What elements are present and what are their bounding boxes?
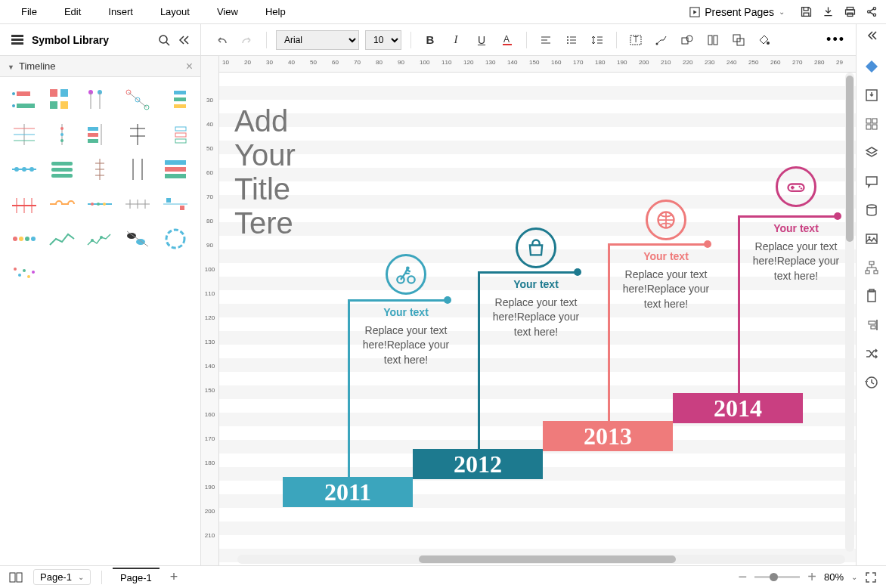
svg-point-11 [160, 36, 167, 43]
theme-icon[interactable] [864, 59, 879, 74]
scrollbar-thumb[interactable] [846, 76, 853, 242]
timeline-shape[interactable] [159, 85, 192, 115]
data-icon[interactable] [864, 203, 879, 218]
align-button[interactable] [536, 30, 556, 50]
timeline-shape[interactable] [159, 154, 192, 184]
timeline-shape[interactable] [83, 119, 116, 150]
menu-file[interactable]: File [8, 2, 51, 22]
svg-rect-39 [88, 133, 98, 137]
scrollbar-thumb[interactable] [419, 556, 676, 563]
text-box-button[interactable]: T [626, 30, 646, 50]
svg-point-82 [31, 237, 36, 241]
page-tab[interactable]: Page-1 [113, 568, 160, 586]
timeline-shape[interactable] [8, 189, 41, 219]
timeline-shape[interactable] [45, 85, 79, 115]
category-timeline[interactable]: ▼Timeline × [0, 56, 200, 77]
connector-button[interactable] [652, 30, 671, 50]
shuffle-icon[interactable] [864, 346, 879, 361]
hierarchy-icon[interactable] [864, 260, 879, 275]
layers-icon[interactable] [864, 145, 879, 160]
font-size-select[interactable]: 10 [365, 30, 401, 50]
timeline-shape[interactable] [45, 189, 79, 219]
scrollbar-horizontal[interactable] [237, 555, 845, 564]
timeline-shape[interactable] [159, 224, 192, 254]
italic-button[interactable]: I [446, 30, 466, 50]
close-category-icon[interactable]: × [186, 60, 193, 73]
fill-button[interactable] [754, 30, 774, 50]
more-tools-icon[interactable]: ••• [826, 32, 845, 48]
arrange-button[interactable] [703, 30, 723, 50]
timeline-shape[interactable] [121, 189, 154, 219]
canvas[interactable]: Add Your Title Tere Your text Replace yo… [219, 73, 856, 565]
timeline-shape[interactable] [8, 85, 41, 115]
bold-button[interactable]: B [420, 30, 440, 50]
svg-rect-113 [708, 36, 712, 45]
menu-edit[interactable]: Edit [51, 2, 94, 22]
pages-icon[interactable] [9, 572, 23, 583]
scrollbar-vertical[interactable] [845, 73, 854, 552]
svg-rect-29 [174, 104, 186, 108]
zoom-value[interactable]: 80% [824, 571, 844, 583]
diagram-title[interactable]: Add Your Title Tere [234, 104, 296, 240]
timeline-shape[interactable] [45, 119, 79, 150]
download-icon[interactable] [822, 5, 835, 18]
fullscreen-icon[interactable] [865, 571, 877, 583]
timeline-shape[interactable] [83, 189, 116, 219]
menubar-right: Present Pages ⌄ [683, 3, 878, 21]
timeline-shape[interactable] [8, 154, 41, 184]
search-icon[interactable] [158, 34, 170, 46]
timeline-shape[interactable] [159, 189, 192, 219]
shape-button[interactable] [677, 30, 697, 50]
timeline-shape[interactable] [45, 154, 79, 184]
export-icon[interactable] [864, 88, 879, 103]
timeline-shape[interactable] [45, 224, 79, 254]
add-page-button[interactable]: + [170, 569, 178, 585]
timeline-shape[interactable] [83, 85, 116, 115]
svg-point-85 [127, 233, 136, 239]
line-spacing-button[interactable] [587, 30, 607, 50]
font-color-button[interactable]: A [497, 30, 517, 50]
svg-rect-10 [11, 42, 23, 45]
zoom-slider-thumb[interactable] [770, 573, 778, 581]
year-label: 2013 [543, 421, 673, 451]
timeline-shape[interactable] [159, 119, 192, 150]
timeline-shape[interactable] [121, 85, 154, 115]
present-pages-button[interactable]: Present Pages ⌄ [683, 3, 791, 21]
share-icon[interactable] [866, 5, 878, 18]
image-icon[interactable] [864, 231, 879, 246]
clipboard-icon[interactable] [864, 289, 879, 304]
font-family-select[interactable]: Arial [276, 30, 359, 50]
menu-layout[interactable]: Layout [147, 2, 203, 22]
undo-button[interactable] [212, 30, 231, 50]
timeline-shape[interactable] [121, 224, 154, 254]
timeline-shape[interactable] [8, 224, 41, 254]
group-button[interactable] [729, 30, 748, 50]
timeline-shape[interactable] [121, 154, 154, 184]
timeline-shape[interactable] [121, 119, 154, 150]
svg-rect-145 [10, 573, 15, 582]
collapse-left-icon[interactable] [178, 34, 190, 46]
timeline-shape[interactable] [8, 119, 41, 150]
menu-view[interactable]: View [203, 2, 252, 22]
list-button[interactable] [562, 30, 581, 50]
comment-icon[interactable] [864, 174, 879, 189]
redo-button[interactable] [237, 30, 257, 50]
underline-button[interactable]: U [472, 30, 491, 50]
menu-help[interactable]: Help [252, 2, 299, 22]
zoom-out-button[interactable]: − [739, 568, 748, 586]
expand-right-icon[interactable] [866, 30, 877, 41]
menu-insert[interactable]: Insert [94, 2, 147, 22]
step-heading: Your text [487, 277, 585, 292]
timeline-shape[interactable] [83, 154, 116, 184]
zoom-in-button[interactable]: + [807, 568, 816, 586]
timeline-shape[interactable] [83, 224, 116, 254]
svg-point-112 [686, 36, 692, 42]
zoom-slider[interactable] [754, 576, 800, 578]
align-right-icon[interactable] [864, 317, 879, 333]
history-icon[interactable] [864, 375, 879, 390]
save-icon[interactable] [800, 5, 813, 18]
page-selector[interactable]: Page-1 ⌄ [33, 569, 91, 585]
timeline-shape[interactable] [8, 258, 41, 289]
qr-icon[interactable] [864, 116, 879, 132]
print-icon[interactable] [844, 5, 857, 18]
